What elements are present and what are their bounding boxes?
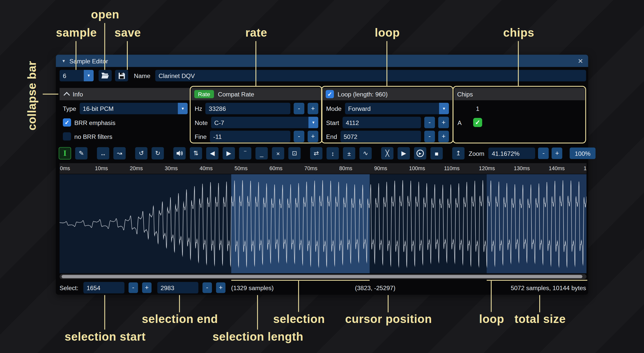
selection-end-increase-button[interactable]: +	[216, 282, 225, 293]
preview-circle-icon[interactable]: ▶	[414, 147, 426, 160]
sample-editor-window: ▼ Sample Editor ✕ 6 ▼ Name	[56, 55, 588, 294]
apply-silence-icon[interactable]: _	[255, 147, 268, 160]
waveform-scrollbar[interactable]	[60, 274, 586, 279]
fine-decrease-button[interactable]: -	[294, 131, 304, 142]
sign-convert-icon[interactable]: ±	[343, 147, 355, 160]
chevron-down-icon[interactable]: ▼	[308, 117, 318, 128]
collapse-window-icon[interactable]: ▼	[62, 59, 66, 63]
name-label: Name	[134, 72, 150, 79]
ruler-label: 120ms	[479, 165, 495, 171]
chip-enable-checkbox[interactable]: ✓	[473, 118, 482, 127]
delete-icon[interactable]: ×	[272, 147, 284, 160]
preview-icon[interactable]: ▶	[397, 147, 410, 160]
no-brr-filters-label: no BRR filters	[74, 133, 113, 140]
close-icon[interactable]: ✕	[578, 57, 583, 65]
loop-panel: ✓ Loop (length: 960) Mode Forward ▼ Star…	[323, 87, 452, 143]
annotation-selection-end: selection end	[142, 313, 218, 326]
fade-out-icon[interactable]: ▶	[223, 147, 235, 160]
sample-name-input[interactable]	[155, 70, 586, 82]
ruler-label: 50ms	[234, 165, 248, 171]
chevron-down-icon[interactable]: ▼	[84, 70, 94, 82]
callout-line-selection-end	[179, 295, 180, 312]
stop-preview-icon[interactable]: ■	[431, 147, 443, 160]
selection-end-input[interactable]	[157, 282, 198, 294]
edit-mode-icon[interactable]: I	[59, 147, 71, 160]
hz-increase-button[interactable]: +	[308, 103, 318, 114]
loop-enable-checkbox[interactable]: ✓	[326, 90, 334, 98]
compat-rate-label[interactable]: Compat Rate	[218, 91, 254, 98]
loop-start-increase-button[interactable]: +	[438, 117, 449, 128]
upload-icon[interactable]: ↥	[452, 147, 465, 160]
selection-end-decrease-button[interactable]: -	[202, 282, 212, 293]
no-brr-filters-checkbox[interactable]	[63, 132, 71, 141]
check-icon: ✓	[327, 91, 332, 97]
fine-input[interactable]	[210, 131, 290, 142]
chevron-down-icon[interactable]: ▼	[439, 103, 449, 114]
zoom-reset-button[interactable]: 100%	[570, 147, 596, 159]
loop-end-input[interactable]	[340, 131, 421, 142]
sample-number-select[interactable]: 6 ▼	[60, 70, 94, 82]
hz-decrease-button[interactable]: -	[294, 103, 304, 114]
crossfade-icon[interactable]: ╳	[381, 147, 393, 160]
annotation-loop: loop	[375, 26, 400, 39]
undo-icon[interactable]: ↺	[135, 147, 147, 160]
fine-increase-button[interactable]: +	[308, 131, 318, 142]
ruler-label: 140ms	[549, 165, 565, 171]
callout-line-loop	[387, 41, 387, 86]
loop-end-increase-button[interactable]: +	[438, 131, 449, 142]
loop-end-decrease-button[interactable]: -	[424, 131, 435, 142]
invert-icon[interactable]: ↕	[327, 147, 339, 160]
save-sample-button[interactable]	[115, 70, 128, 82]
draw-mode-icon[interactable]: ✎	[75, 147, 88, 160]
filter-icon[interactable]: ∿	[359, 147, 372, 160]
ruler-label: 130ms	[514, 165, 530, 171]
chevron-down-icon[interactable]: ▼	[178, 103, 188, 114]
zoom-input[interactable]	[489, 147, 535, 159]
brr-emphasis-label: BRR emphasis	[74, 119, 116, 126]
type-value: 16-bit PCM	[79, 105, 178, 112]
chevron-up-icon[interactable]	[64, 92, 70, 98]
titlebar[interactable]: ▼ Sample Editor ✕	[56, 55, 588, 67]
selection-start-increase-button[interactable]: +	[142, 282, 151, 293]
waveform-view[interactable]	[60, 174, 586, 273]
redo-icon[interactable]: ↻	[152, 147, 164, 160]
info-header-bar[interactable]: Info	[60, 88, 191, 100]
annotation-loop-bottom: loop	[479, 313, 504, 326]
amplify-icon[interactable]	[173, 147, 186, 160]
selection-start-decrease-button[interactable]: -	[128, 282, 138, 293]
rate-badge[interactable]: Rate	[194, 90, 214, 98]
status-row: Select: - + - + (1329 samples) (3823, -2…	[60, 281, 586, 295]
note-value: C-7	[211, 119, 308, 126]
normalize-icon[interactable]: ⇅	[190, 147, 202, 160]
callout-line-chips	[518, 41, 519, 86]
open-sample-button[interactable]	[99, 70, 112, 82]
chips-panel: Chips 1 A ✓	[454, 87, 585, 143]
loop-underline	[487, 280, 587, 281]
info-panel: Info Type 16-bit PCM ▼ ✓ BRR emphasis	[60, 87, 191, 143]
loop-start-input[interactable]	[342, 117, 421, 128]
fade-in-icon[interactable]: ◀	[206, 147, 219, 160]
waveform-canvas[interactable]	[60, 174, 586, 273]
resize-icon[interactable]: ↔	[97, 147, 109, 160]
loop-mode-select[interactable]: Forward ▼	[345, 103, 449, 114]
note-select[interactable]: C-7 ▼	[211, 117, 318, 128]
note-label: Note	[195, 119, 208, 126]
reverse-icon[interactable]: ⇄	[310, 147, 323, 160]
resample-icon[interactable]: ↝	[113, 147, 126, 160]
annotation-chips: chips	[503, 26, 534, 39]
zoom-in-button[interactable]: +	[552, 147, 562, 159]
chip-row-label: A	[458, 119, 473, 126]
loop-start-decrease-button[interactable]: -	[424, 117, 435, 128]
insert-silence-icon[interactable]: ‾	[239, 147, 251, 160]
annotation-selection-start: selection start	[65, 331, 146, 344]
zoom-out-button[interactable]: -	[538, 147, 549, 159]
hz-input[interactable]	[205, 103, 290, 114]
selection-start-input[interactable]	[83, 282, 124, 294]
annotation-total-size: total size	[515, 313, 566, 326]
scrollbar-handle[interactable]	[62, 275, 582, 278]
trim-icon[interactable]: ⊡	[288, 147, 301, 160]
type-select[interactable]: 16-bit PCM ▼	[79, 103, 188, 114]
brr-emphasis-checkbox[interactable]: ✓	[63, 118, 71, 127]
selection-underline	[231, 280, 369, 281]
callout-line-collapse-bar	[43, 94, 58, 94]
